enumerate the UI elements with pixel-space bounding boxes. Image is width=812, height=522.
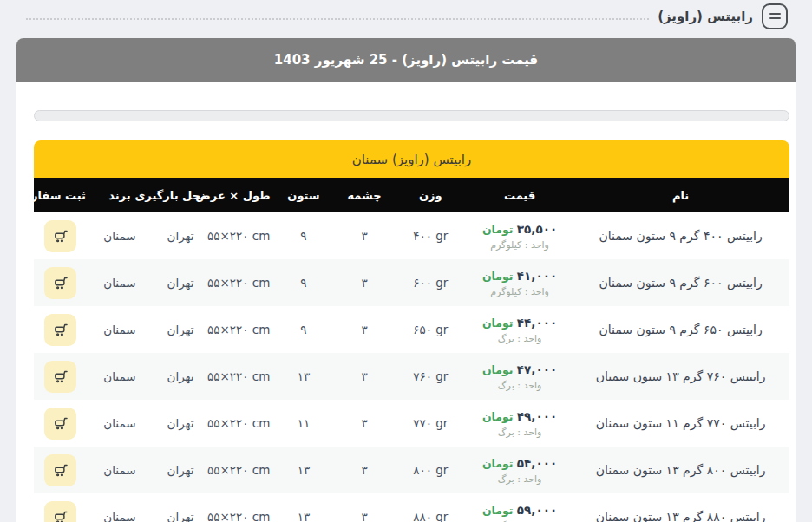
price-unit: واحد : کیلوگرم xyxy=(469,286,570,297)
cell-cheshmeh: ۳ xyxy=(336,306,394,353)
card-body: رابیتس (راویز) سمنان xyxy=(16,82,796,522)
cart-icon xyxy=(51,321,69,339)
brand-value: سمنان xyxy=(103,463,135,477)
weight-value: ۶۰۰ gr xyxy=(413,276,448,290)
cell-dimensions: ۵۵×۲۲۰ cm xyxy=(209,306,272,353)
price-value: ۵۹,۰۰۰ xyxy=(517,503,557,517)
price-unit: واحد : برگ xyxy=(469,333,570,344)
cheshmeh-value: ۳ xyxy=(361,229,367,243)
column-header-weight: وزن xyxy=(394,178,468,212)
cell-price: ۵۴,۰۰۰ تومان واحد : برگ xyxy=(468,447,572,493)
price-currency: تومان xyxy=(482,363,514,376)
weight-value: ۷۶۰ gr xyxy=(413,369,448,383)
table-section: رابیتس (راویز) سمنان xyxy=(34,140,789,522)
price-currency: تومان xyxy=(482,410,514,423)
column-header-dims: طول × عرض xyxy=(209,178,272,212)
column-header-name: نام xyxy=(572,178,789,212)
card-header: قیمت رابیتس (راویز) - 25 شهریور 1403 xyxy=(16,38,796,82)
cell-loading-location: تهران xyxy=(152,400,209,447)
brand-value: سمنان xyxy=(103,276,135,290)
dotted-leader xyxy=(26,18,649,20)
cart-icon xyxy=(51,368,69,386)
dimensions-value: ۵۵×۲۲۰ cm xyxy=(207,416,270,430)
add-to-cart-button[interactable] xyxy=(44,408,76,440)
dimensions-value: ۵۵×۲۲۰ cm xyxy=(207,323,270,336)
cell-brand: سمنان xyxy=(88,400,152,447)
cell-dimensions: ۵۵×۲۲۰ cm xyxy=(209,212,272,259)
add-to-cart-button[interactable] xyxy=(44,501,76,522)
topbar: رابیتس (راویز) xyxy=(0,0,812,29)
cell-weight: ۴۰۰ gr xyxy=(394,212,468,259)
table-body: رابیتس ۴۰۰ گرم ۹ ستون سمنان ۳۵,۵۰۰ تومان… xyxy=(34,212,789,522)
cheshmeh-value: ۳ xyxy=(361,510,367,522)
cell-sotun: ۱۳ xyxy=(272,353,335,400)
price-value: ۴۹,۰۰۰ xyxy=(517,409,557,423)
table-row: رابیتس ۶۰۰ گرم ۹ ستون سمنان ۴۱,۰۰۰ تومان… xyxy=(34,259,789,306)
price-unit: واحد : برگ xyxy=(469,473,570,485)
weight-value: ۷۷۰ gr xyxy=(413,416,448,430)
cell-price: ۴۹,۰۰۰ تومان واحد : برگ xyxy=(468,400,572,447)
cell-loading-location: تهران xyxy=(152,212,209,259)
cell-dimensions: ۵۵×۲۲۰ cm xyxy=(209,447,272,493)
cell-sotun: ۱۳ xyxy=(272,447,335,493)
column-header-cheshmeh: چشمه xyxy=(336,178,394,212)
page: رابیتس (راویز) قیمت رابیتس (راویز) - 25 … xyxy=(0,0,812,522)
cell-order xyxy=(34,306,88,353)
loading-location-value: تهران xyxy=(167,510,193,522)
cell-brand: سمنان xyxy=(88,447,152,493)
loading-location-value: تهران xyxy=(167,323,193,336)
table-row: رابیتس ۸۸۰ گرم ۱۳ ستون سمنان ۵۹,۰۰۰ توما… xyxy=(34,493,789,522)
product-name: رابیتس ۴۰۰ گرم ۹ ستون سمنان xyxy=(599,229,762,243)
cell-product-name: رابیتس ۶۰۰ گرم ۹ ستون سمنان xyxy=(572,259,789,306)
loading-location-value: تهران xyxy=(167,416,193,430)
cell-loading-location: تهران xyxy=(152,447,209,493)
price-currency: تومان xyxy=(482,316,514,330)
sotun-value: ۹ xyxy=(300,323,306,336)
cell-dimensions: ۵۵×۲۲۰ cm xyxy=(209,259,272,306)
cheshmeh-value: ۳ xyxy=(361,463,367,477)
product-name: رابیتس ۸۸۰ گرم ۱۳ ستون سمنان xyxy=(596,510,766,522)
cell-weight: ۶۰۰ gr xyxy=(394,259,468,306)
cell-loading-location: تهران xyxy=(152,259,209,306)
cell-cheshmeh: ۳ xyxy=(336,353,394,400)
add-to-cart-button[interactable] xyxy=(44,267,76,299)
price-table: نامقیمتوزنچشمهستونطول × عرضمحل بارگیریبر… xyxy=(34,178,789,522)
cell-order xyxy=(34,400,88,447)
cell-sotun: ۱۳ xyxy=(272,493,335,522)
price-value: ۳۵,۵۰۰ xyxy=(517,222,557,236)
cell-product-name: رابیتس ۷۶۰ گرم ۱۳ ستون سمنان xyxy=(572,353,789,400)
sotun-value: ۱۳ xyxy=(298,369,311,383)
brand-value: سمنان xyxy=(103,510,135,522)
weight-value: ۸۰۰ gr xyxy=(413,463,448,477)
table-row: رابیتس ۷۶۰ گرم ۱۳ ستون سمنان ۴۷,۰۰۰ توما… xyxy=(34,353,789,400)
menu-button[interactable] xyxy=(762,3,788,29)
card-header-title: قیمت رابیتس (راویز) - 25 شهریور 1403 xyxy=(274,52,538,68)
column-header-order: ثبت سفارش xyxy=(34,178,88,212)
column-header-price: قیمت xyxy=(468,178,572,212)
horizontal-scrollbar[interactable] xyxy=(34,110,789,121)
column-header-loading: محل بارگیری xyxy=(152,178,209,212)
cart-icon xyxy=(51,274,69,292)
add-to-cart-button[interactable] xyxy=(44,220,76,252)
add-to-cart-button[interactable] xyxy=(44,314,76,346)
add-to-cart-button[interactable] xyxy=(44,361,76,393)
sotun-value: ۱۱ xyxy=(298,416,311,430)
price-currency: تومان xyxy=(482,504,514,517)
cell-dimensions: ۵۵×۲۲۰ cm xyxy=(209,353,272,400)
add-to-cart-button[interactable] xyxy=(44,454,76,486)
price-card: قیمت رابیتس (راویز) - 25 شهریور 1403 راب… xyxy=(16,38,796,522)
loading-location-value: تهران xyxy=(167,463,193,477)
cell-product-name: رابیتس ۷۷۰ گرم ۱۱ ستون سمنان xyxy=(572,400,789,447)
cell-order xyxy=(34,493,88,522)
cell-product-name: رابیتس ۸۰۰ گرم ۱۳ ستون سمنان xyxy=(572,447,789,493)
cheshmeh-value: ۳ xyxy=(361,276,367,290)
table-header-row: نامقیمتوزنچشمهستونطول × عرضمحل بارگیریبر… xyxy=(34,178,789,212)
cell-brand: سمنان xyxy=(88,493,152,522)
dimensions-value: ۵۵×۲۲۰ cm xyxy=(207,369,270,383)
cell-sotun: ۹ xyxy=(272,306,335,353)
cart-icon xyxy=(51,461,69,480)
sotun-value: ۱۳ xyxy=(298,510,311,522)
cell-cheshmeh: ۳ xyxy=(336,212,394,259)
loading-location-value: تهران xyxy=(167,369,193,383)
cell-sotun: ۹ xyxy=(272,259,335,306)
